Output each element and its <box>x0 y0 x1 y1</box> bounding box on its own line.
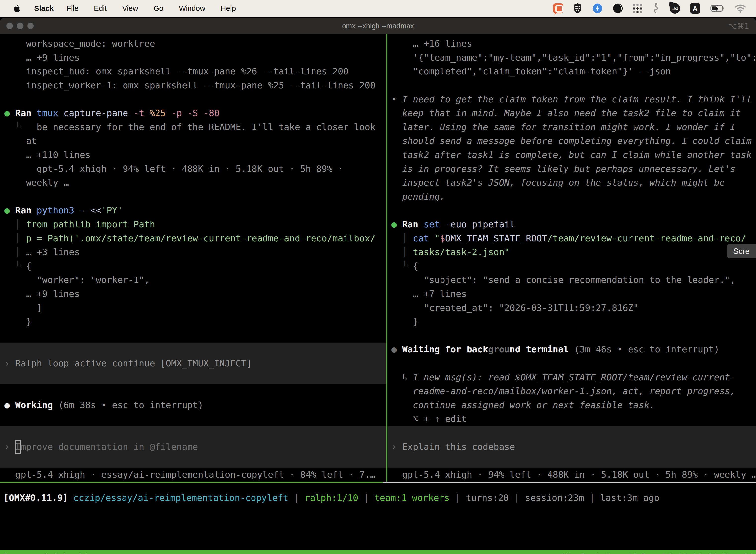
title-bar: omx --xhigh --madmax ⌥⌘1 <box>0 18 756 34</box>
terminal-row: │ cat "$OMX_TEAM_STATE_ROOT/team/review-… <box>391 231 756 245</box>
terminal-row: "subject": "send a concise recommendatio… <box>391 273 756 287</box>
terminal-window: omx --xhigh --madmax ⌥⌘1 workspace_mode:… <box>0 18 756 554</box>
menu-item-window[interactable]: Window <box>179 4 205 13</box>
terminal-row <box>4 412 386 426</box>
terminal-row: workspace_mode: worktree <box>4 37 386 51</box>
terminal-row: ] <box>4 301 386 315</box>
terminal-row: └ be necessary for the end of the README… <box>4 120 386 134</box>
terminal-row: │ tasks/task-2.json" <box>391 245 756 259</box>
terminal-row: … +7 lines <box>391 287 756 301</box>
tmux-window-label[interactable]: [omx-cczip0:bash* <box>2 550 89 554</box>
terminal-row: should send a message before completing … <box>391 134 756 148</box>
terminal-row: inspect task2's JSON, focusing on the st… <box>391 176 756 189</box>
terminal-row <box>387 426 756 440</box>
terminal-row: … +110 lines <box>4 148 386 162</box>
terminal-row: gpt-5.4 xhigh · 94% left · 488K in · 5.1… <box>4 162 386 176</box>
window-shortcut-badge: ⌥⌘1 <box>728 21 749 30</box>
terminal-row <box>0 454 386 467</box>
waiting-status-row: ● Waiting for background terminal (3m 46… <box>391 342 756 356</box>
badge-61-icon[interactable]: ..61 <box>670 3 680 14</box>
terminal-row: later. Using the same for transition mig… <box>391 120 756 134</box>
terminal-row: continue assigned work or next feasible … <box>391 398 756 412</box>
terminal-row <box>0 342 386 356</box>
edit-hint-row: ⌥ + ↑ edit <box>391 412 756 426</box>
terminal-row <box>4 92 386 106</box>
terminal-row <box>4 384 386 398</box>
terminal-row: ● Ran set -euo pipefail <box>391 217 756 231</box>
keyboard-input-icon[interactable]: A <box>690 3 700 14</box>
speedtest-icon[interactable] <box>592 3 603 14</box>
terminal-row: … +9 lines <box>4 51 386 64</box>
pane-bottom-border <box>0 482 756 483</box>
terminal-row: │ p = Path('.omx/state/team/review-curre… <box>4 231 386 245</box>
terminal-row: '{"team_name":"my-team","task_id":"1","f… <box>391 51 756 64</box>
dots-grid-icon[interactable] <box>633 4 642 13</box>
terminal-row: readme-and-reco/mailbox/worker-1.json, a… <box>391 384 756 398</box>
left-pane[interactable]: workspace_mode: worktree … +9 lines insp… <box>0 34 386 482</box>
terminal-row <box>4 329 386 342</box>
apple-menu-icon[interactable] <box>13 3 21 13</box>
terminal-row: └ { <box>391 259 756 273</box>
slack-notification-icon[interactable] <box>553 3 563 13</box>
terminal-row: weekly … <box>4 176 386 189</box>
terminal-row: └ { <box>4 259 386 273</box>
terminal-row: } <box>391 315 756 329</box>
terminal-row: } <box>4 315 386 329</box>
menu-item-go[interactable]: Go <box>153 4 164 13</box>
terminal-row: ● Ran python3 - <<'PY' <box>4 204 386 217</box>
window-title: omx --xhigh --madmax <box>0 22 756 30</box>
moon-crescent-icon[interactable] <box>613 3 623 14</box>
terminal-row <box>391 78 756 92</box>
terminal-row: inspect_hud: omx sparkshell --tmux-pane … <box>4 64 386 78</box>
working-status-row: ● Working (6m 38s • esc to interrupt) <box>4 398 386 412</box>
ralph-loop-status-row[interactable]: › Ralph loop active continue [OMX_TMUX_I… <box>0 356 386 370</box>
terminal-row: pending. <box>391 189 756 204</box>
terminal-row: "completed","claim_token":"claim-token"}… <box>391 64 756 78</box>
terminal-row: • I need to get the claim token from the… <box>391 92 756 106</box>
prompt-input-left[interactable]: › Improve documentation in @filename <box>0 440 386 454</box>
omx-hud-line: [OMX#0.11.9] cczip/essay/ai-reimplementa… <box>0 483 756 505</box>
terminal-row: "created_at": "2026-03-31T11:59:27.816Z" <box>391 301 756 315</box>
terminal-row <box>4 189 386 204</box>
menu-item-help[interactable]: Help <box>221 4 236 13</box>
terminal-row: at <box>4 134 386 148</box>
battery-charging-icon[interactable] <box>710 3 725 13</box>
terminal-row: is in progress? It seems likely but perh… <box>391 162 756 176</box>
terminal-row <box>0 370 386 384</box>
menu-item-edit[interactable]: Edit <box>94 4 107 13</box>
terminal-row <box>391 329 756 342</box>
terminal-row <box>391 204 756 217</box>
hook-icon[interactable] <box>652 3 660 14</box>
menu-bar: Slack FileEditViewGoWindowHelp ..61 A <box>0 0 756 17</box>
menu-app-name[interactable]: Slack <box>34 4 54 13</box>
terminal-row: keep that in mind. Maybe I also need the… <box>391 106 756 120</box>
prompt-input-right[interactable]: › Explain this codebase <box>387 440 756 454</box>
screen-tooltip[interactable]: Scre <box>727 244 756 258</box>
tmux-status-bar[interactable]: [omx-cczip0:bash* "MacBook-Pro-44.local"… <box>0 550 756 554</box>
menu-item-view[interactable]: View <box>122 4 138 13</box>
terminal-row: ● Ran tmux capture-pane -t %25 -p -S -80 <box>4 106 386 120</box>
menu-item-file[interactable]: File <box>66 4 78 13</box>
terminal-row: "worker": "worker-1", <box>4 273 386 287</box>
right-session-status: gpt-5.4 xhigh · 94% left · 488K in · 5.1… <box>391 467 756 482</box>
terminal-row <box>0 426 386 440</box>
terminal-content: workspace_mode: worktree … +9 lines insp… <box>0 34 756 554</box>
terminal-row: inspect_worker-1: omx sparkshell --tmux-… <box>4 78 386 92</box>
terminal-row: task2 after task1 is complete, but can I… <box>391 148 756 162</box>
terminal-row: … +16 lines <box>391 37 756 51</box>
wifi-icon[interactable] <box>735 4 746 13</box>
screen-tooltip-label: Scre <box>733 247 750 256</box>
tmux-host-clock: "MacBook-Pro-44.local" 05:03 31-Mar-26 <box>561 550 754 554</box>
terminal-row: │ … +3 lines <box>4 245 386 259</box>
security-shield-icon[interactable] <box>573 3 582 14</box>
terminal-row <box>387 454 756 467</box>
terminal-row: │ from pathlib import Path <box>4 217 386 231</box>
terminal-row: ↳ 1 new msg(s): read $OMX_TEAM_STATE_ROO… <box>391 370 756 384</box>
terminal-row <box>391 356 756 370</box>
left-session-status: gpt-5.4 xhigh · essay/ai-reimplementatio… <box>4 467 386 482</box>
right-pane[interactable]: … +16 lines '{"team_name":"my-team","tas… <box>387 34 756 482</box>
omx-hud-status: [OMX#0.11.9] cczip/essay/ai-reimplementa… <box>3 491 756 505</box>
terminal-row: … +9 lines <box>4 287 386 301</box>
